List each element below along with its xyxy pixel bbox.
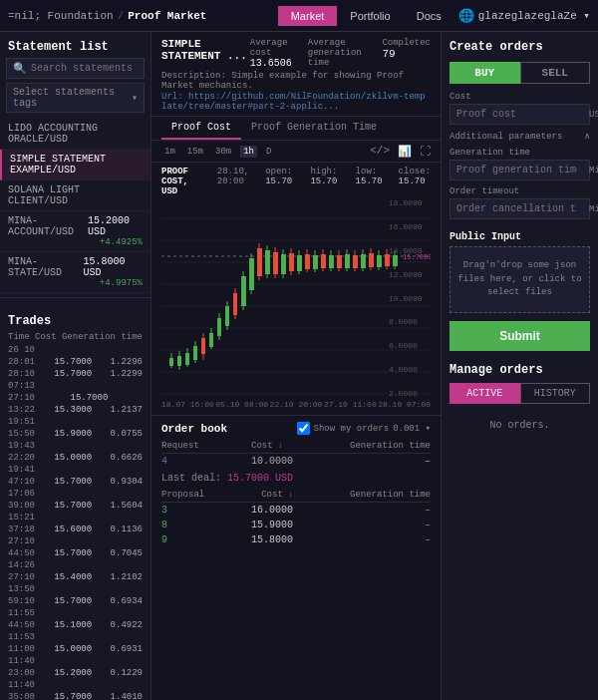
trade-cost xyxy=(71,656,111,666)
trade-time: 47:10 xyxy=(8,477,38,487)
trade-time: 17:06 xyxy=(8,489,38,499)
prop-columns: Proposal Cost ↓ Generation time xyxy=(161,488,431,503)
trade-cost: 15.4000 xyxy=(54,572,94,582)
trade-cost: 15.7000 xyxy=(54,692,94,700)
show-my-orders-checkbox[interactable] xyxy=(297,422,310,435)
trade-row: 59:10 15.7000 0.6934 xyxy=(0,595,150,607)
history-tab[interactable]: HISTORY xyxy=(520,383,591,404)
tag-select[interactable]: Select statements tags ▾ xyxy=(6,83,145,113)
trade-row: 17:06 xyxy=(0,488,150,500)
tab-proof-cost[interactable]: Proof Cost xyxy=(161,117,241,140)
trade-row: 07:13 xyxy=(0,380,150,392)
cost-unit: USD xyxy=(583,110,598,120)
chart-info: PROOF COST, USD 28.10, 20:00 open: 15.70… xyxy=(151,163,441,198)
search-input[interactable] xyxy=(31,63,138,74)
tab-proof-gen-time[interactable]: Proof Generation Time xyxy=(241,117,387,140)
stmt-top: SIMPLE STATEMENT ... Average cost 13.650… xyxy=(161,38,431,69)
trade-cost xyxy=(71,608,111,618)
tf-1m[interactable]: 1m xyxy=(161,146,178,158)
trade-time: 22:20 xyxy=(8,453,38,463)
ob-req: 4 xyxy=(161,456,251,467)
col-cost[interactable]: Cost ↓ xyxy=(261,490,293,500)
trade-row: 27:10 xyxy=(0,535,150,547)
trade-gen: 1.2296 xyxy=(111,357,143,367)
trade-time: 37:18 xyxy=(8,525,38,534)
tf-d[interactable]: D xyxy=(263,146,274,158)
trade-gen: 0.0755 xyxy=(111,429,143,439)
desc-label: Description: xyxy=(161,71,226,81)
trade-time: 27:10 xyxy=(8,393,38,403)
submit-button[interactable]: Submit xyxy=(449,321,590,351)
nav-docs-button[interactable]: Docs xyxy=(404,6,454,26)
tf-15m[interactable]: 15m xyxy=(184,146,206,158)
tf-1h[interactable]: 1h xyxy=(240,146,257,158)
proposal-id[interactable]: 3 xyxy=(161,505,251,516)
statement-item-lido[interactable]: LIDO ACCOUNTING ORACLE/USD xyxy=(0,119,150,150)
trade-time: 13:50 xyxy=(8,584,38,594)
col-gen: Generation time xyxy=(62,332,143,342)
proposal-id[interactable]: 8 xyxy=(161,520,251,530)
breadcrumb: =nil; Foundation / Proof Market xyxy=(8,10,206,22)
url-text[interactable]: https://github.com/NilFoundation/zkllvm-… xyxy=(161,92,426,112)
col-cost[interactable]: Cost ↓ xyxy=(251,441,341,451)
ob-header: Order book Show my orders 0.001 ▾ xyxy=(161,422,431,435)
bar-chart-icon[interactable]: 📊 xyxy=(398,145,412,158)
statement-item-simple[interactable]: SIMPLE STATEMENTEXAMPLE/USD xyxy=(0,150,150,180)
trade-time: 11:00 xyxy=(8,644,38,654)
tf-30m[interactable]: 30m xyxy=(212,146,234,158)
orderbook-title: Order book xyxy=(161,423,227,435)
statement-item-solana[interactable]: SOLANA LIGHT CLIENT/USD xyxy=(0,180,150,211)
nav-market-button[interactable]: Market xyxy=(278,6,338,26)
chevron-up-icon: ∧ xyxy=(585,131,590,142)
trade-cost: 15.7000 xyxy=(54,369,94,379)
statement-item-mina-state[interactable]: MINA-STATE/USD 15.8000 USD +4.9975% xyxy=(0,252,150,293)
trade-time: 11:55 xyxy=(8,608,38,618)
proposal-row-3: 3 16.0000 – xyxy=(161,503,431,518)
additional-params-toggle[interactable]: Additional parameters ∧ xyxy=(449,131,590,142)
trade-row: 35:00 15.7000 1.4010 xyxy=(0,691,150,700)
avg-cost-stat: Average cost 13.6506 xyxy=(250,38,292,69)
sell-tab[interactable]: SELL xyxy=(520,62,591,84)
trade-row: 15:50 15.9000 0.0755 xyxy=(0,428,150,440)
left-panel: Statement list 🔍 Select statements tags … xyxy=(0,32,151,700)
statement-item-mina-account[interactable]: MINA-ACCOUNT/USD 15.2000 USD +4.4925% xyxy=(0,211,150,252)
trade-time: 44:50 xyxy=(8,620,38,630)
user-menu[interactable]: 🌐 glazeglazeglaZe ▾ xyxy=(458,8,590,24)
avg-cost-value: 13.6506 xyxy=(250,58,292,69)
trade-row: 11:55 xyxy=(0,607,150,619)
main-layout: Statement list 🔍 Select statements tags … xyxy=(0,32,598,700)
nav-portfolio-button[interactable]: Portfolio xyxy=(337,6,403,26)
chart-low: low: 15.70 xyxy=(356,167,383,196)
trade-row: 19:41 xyxy=(0,464,150,476)
trade-time: 14:26 xyxy=(8,560,38,570)
expand-icon[interactable]: ⛶ xyxy=(420,145,431,158)
trade-time: 11:40 xyxy=(8,656,38,666)
ob-row: 4 10.0000 – xyxy=(161,454,431,469)
trade-time: 13:22 xyxy=(8,405,38,415)
trade-row: 11:40 xyxy=(0,655,150,667)
proposal-gen: – xyxy=(341,520,431,530)
trade-row: 23:00 15.2000 0.1229 xyxy=(0,667,150,679)
order-timeout-input[interactable] xyxy=(450,199,583,218)
col-request: Request xyxy=(161,441,251,451)
active-tab[interactable]: ACTIVE xyxy=(449,383,520,404)
statement-name: SIMPLE STATEMENTEXAMPLE/USD xyxy=(10,154,106,175)
cost-input[interactable] xyxy=(450,105,583,124)
trade-cost: 15.7000 xyxy=(54,477,94,487)
statement-name: LIDO ACCOUNTING ORACLE/USD xyxy=(8,123,98,145)
chart-tabs: Proof Cost Proof Generation Time xyxy=(151,117,441,141)
trade-row: 37:18 15.6000 0.1136 xyxy=(0,524,150,535)
trades-section: Trades Time Cost Generation time 26 10 2… xyxy=(0,302,150,700)
filter-amount[interactable]: 0.001 ▾ xyxy=(393,423,431,434)
trade-cost xyxy=(71,584,111,594)
proposal-id[interactable]: 9 xyxy=(161,534,251,545)
code-icon[interactable]: </> xyxy=(370,145,390,158)
create-orders-title: Create orders xyxy=(449,40,590,54)
ob-columns: Request Cost ↓ Generation time xyxy=(161,439,431,454)
gen-time-input[interactable] xyxy=(450,161,583,179)
trade-row: 19:43 xyxy=(0,440,150,452)
trade-cost xyxy=(71,513,111,523)
last-deal-value: 15.7000 USD xyxy=(227,473,293,484)
drop-zone[interactable]: Drag'n'drop some json files here, or cli… xyxy=(449,246,590,313)
buy-tab[interactable]: BUY xyxy=(449,62,520,84)
